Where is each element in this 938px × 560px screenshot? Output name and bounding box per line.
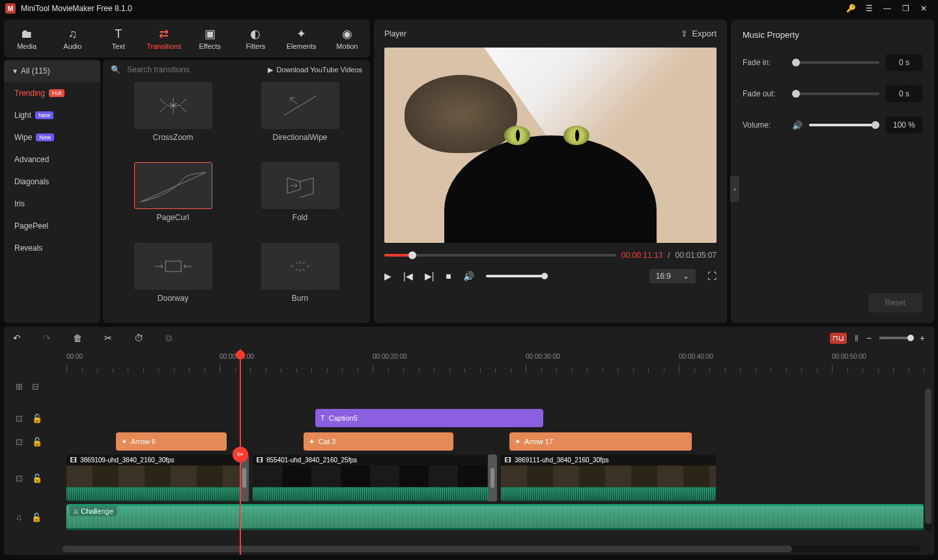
transition-fold[interactable]: Fold (249, 162, 350, 236)
key-icon[interactable]: 🔑 (842, 0, 860, 17)
timeline-ruler[interactable]: 00:0000:00:10:0000:00:20:0000:00:30:0000… (60, 349, 934, 375)
fade-in-slider[interactable] (792, 61, 879, 64)
video-clip-3[interactable]: 🎞3869111-uhd_3840_2160_30fps (501, 455, 716, 501)
timeline-v-scrollbar[interactable] (925, 388, 931, 531)
transition-thumbnail (261, 82, 339, 129)
zoom-in-button[interactable]: + (920, 333, 925, 343)
chevron-down-icon: ▾ (13, 66, 17, 76)
scissors-icon[interactable]: ✂ (233, 447, 248, 462)
volume-icon[interactable]: 🔊 (463, 271, 474, 281)
fade-in-value[interactable]: 0 s (886, 54, 922, 71)
video-track-icon[interactable]: ⊡ (16, 437, 23, 447)
marker-button[interactable]: ⦀ (855, 333, 859, 344)
music-track-icon[interactable]: ♫ (16, 512, 22, 522)
close-button[interactable]: ✕ (915, 0, 933, 17)
fullscreen-button[interactable]: ⛶ (707, 271, 717, 281)
film-icon: 🎞 (257, 456, 263, 464)
prev-frame-button[interactable]: |◀ (403, 271, 413, 281)
transition-burn[interactable]: Burn (249, 243, 350, 316)
star-icon: ✦ (309, 438, 315, 446)
tab-effects-label: Effects (199, 42, 220, 50)
player-title: Player (384, 29, 406, 38)
next-frame-button[interactable]: ▶| (425, 271, 434, 281)
delete-button[interactable]: 🗑 (73, 333, 82, 343)
transition-thumbnail (261, 162, 339, 209)
playhead[interactable]: ✂ (240, 349, 241, 555)
transition-label: PageCurl (122, 213, 223, 222)
search-input[interactable] (127, 65, 244, 74)
category-trending[interactable]: TrendingHot (4, 82, 100, 104)
category-light[interactable]: LightNew (4, 104, 100, 126)
zoom-slider[interactable] (879, 337, 912, 339)
audio-clip[interactable]: ♫Challenge (66, 504, 924, 530)
split-button[interactable]: ✂ (104, 333, 112, 343)
play-button[interactable]: ▶ (384, 271, 391, 281)
tab-transitions[interactable]: ⇄Transitions (141, 27, 187, 50)
transition-doorway[interactable]: Doorway (122, 243, 223, 316)
zoom-out-button[interactable]: − (866, 333, 872, 343)
effect-clip-1-label: Arrow 6 (131, 438, 156, 445)
category-all[interactable]: ▾All (115) (4, 60, 100, 82)
category-reveals[interactable]: Reveals (4, 237, 100, 259)
crop-button[interactable]: ⧉ (165, 333, 172, 344)
effect-clip-2[interactable]: ✦Cat 3 (304, 432, 453, 451)
video-track-icon[interactable]: ⊡ (16, 473, 23, 483)
reset-button[interactable]: Reset (868, 293, 922, 313)
tab-effects[interactable]: ▣Effects (187, 27, 233, 50)
lock-icon[interactable]: 🔓 (32, 473, 42, 483)
tab-motion[interactable]: ◉Motion (324, 27, 370, 50)
category-pagepeel[interactable]: PagePeel (4, 215, 100, 237)
effect-clip-2-label: Cat 3 (319, 438, 335, 445)
video-preview[interactable] (384, 48, 717, 243)
lock-icon[interactable]: 🔓 (32, 437, 42, 447)
category-advanced[interactable]: Advanced (4, 148, 100, 171)
redo-button[interactable]: ↷ (43, 333, 51, 343)
minimize-button[interactable]: — (878, 0, 896, 17)
speaker-icon[interactable]: 🔊 (792, 120, 803, 130)
transition-directionalwipe[interactable]: DirectionalWipe (249, 82, 350, 156)
caption-clip[interactable]: TCaption5 (315, 409, 543, 427)
export-button[interactable]: ⇪Export (681, 29, 717, 38)
search-icon: 🔍 (111, 65, 121, 74)
tab-text[interactable]: TText (96, 27, 141, 50)
fade-out-slider[interactable] (792, 92, 879, 95)
lock-icon[interactable]: 🔓 (31, 512, 42, 522)
timeline-h-scrollbar[interactable] (63, 546, 921, 552)
volume-prop-slider[interactable] (809, 124, 879, 126)
stop-button[interactable]: ■ (446, 271, 451, 281)
current-time: 00:00:11:13 (621, 251, 662, 260)
effect-clip-1[interactable]: ✦Arrow 6 (116, 432, 227, 451)
maximize-button[interactable]: ❐ (896, 0, 915, 17)
volume-prop-value[interactable]: 100 % (886, 117, 922, 133)
tab-elements-label: Elements (287, 42, 317, 50)
tab-audio[interactable]: ♫Audio (50, 27, 95, 50)
tab-media[interactable]: 🖿Media (4, 27, 50, 50)
volume-slider[interactable] (486, 275, 545, 277)
effect-clip-3[interactable]: ✦Arrow 17 (509, 432, 692, 451)
category-diagonals[interactable]: Diagonals (4, 171, 100, 193)
tab-elements[interactable]: ✦Elements (279, 27, 324, 50)
category-all-label: All (115) (21, 66, 50, 76)
speed-button[interactable]: ⏱ (134, 333, 143, 343)
transition-crosszoom[interactable]: CrossZoom (122, 82, 223, 156)
magnet-toggle[interactable]: ⊓⊔ (830, 333, 847, 344)
tab-filters[interactable]: ◐Filters (233, 27, 278, 50)
transition-pagecurl[interactable]: PageCurl (122, 162, 223, 236)
category-iris[interactable]: Iris (4, 193, 100, 215)
fade-out-value[interactable]: 0 s (886, 85, 922, 102)
category-wipe[interactable]: WipeNew (4, 126, 100, 148)
transition-thumbnail (134, 82, 212, 129)
download-youtube-link[interactable]: ▶Download YouTube Videos (268, 66, 363, 74)
lock-icon[interactable]: 🔓 (32, 413, 42, 423)
badge-new: New (36, 133, 54, 141)
scrub-bar[interactable] (384, 254, 616, 257)
transition-handle-2[interactable] (488, 455, 497, 501)
collapse-properties-button[interactable]: › (730, 176, 739, 202)
undo-button[interactable]: ↶ (13, 333, 21, 343)
video-clip-2[interactable]: 🎞855401-uhd_3840_2160_25fps (253, 455, 490, 501)
aspect-ratio-select[interactable]: 16:9⌄ (649, 269, 696, 283)
video-clip-1[interactable]: 🎞3869109-uhd_3840_2160_30fps (66, 455, 249, 501)
transition-label: Doorway (122, 294, 223, 303)
video-track-icon[interactable]: ⊡ (16, 413, 23, 423)
menu-icon[interactable]: ☰ (860, 0, 878, 17)
